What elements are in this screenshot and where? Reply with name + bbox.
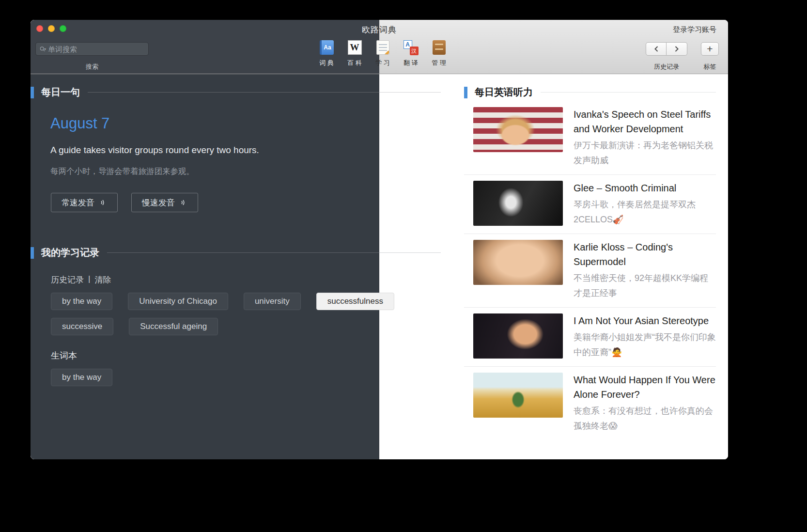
toolbar-item-study[interactable]: 学 习 (369, 40, 397, 67)
toolbar-label-study: 学 习 (375, 59, 390, 67)
daily-sentence-date: August 7 (50, 115, 109, 132)
toolbar-label-dictionary: 词 典 (319, 59, 334, 67)
section-accent-bar (31, 247, 34, 259)
toolbar-item-wiki[interactable]: W 百 科 (341, 40, 369, 67)
feed-item-subtitle: 琴房斗歌，伴奏居然是提琴双杰2CELLOS🎻 (574, 197, 716, 227)
daily-sentence-english: A guide takes visitor groups round every… (50, 145, 259, 156)
window-chrome: 欧路词典 登录学习账号 ▾ 搜索 Aa 词 典 W 百 科 (31, 20, 728, 74)
history-label: 历史记录 (51, 274, 84, 285)
history-chip[interactable]: successive (51, 318, 113, 335)
toolbar-label-manage: 管 理 (432, 59, 446, 67)
study-record-title: 我的学习记录 (41, 246, 99, 259)
history-row: 历史记录 | 清除 (51, 274, 111, 285)
thumbnail-alone-forever (473, 373, 563, 418)
traffic-lights (36, 25, 66, 32)
feed-item-title: What Would Happen If You Were Alone Fore… (574, 373, 716, 402)
section-divider-line (541, 92, 716, 93)
zoom-button[interactable] (60, 25, 66, 32)
section-divider-line (88, 92, 441, 93)
thumbnail-karlie (473, 240, 563, 285)
back-button[interactable] (646, 42, 667, 56)
search-caption: 搜索 (35, 63, 149, 71)
listening-feed: Ivanka's Speech on Steel Tariffs and Wor… (464, 101, 716, 440)
thumbnail-ivanka (473, 107, 563, 152)
feed-item-title: I Am Not Your Asian Stereotype (574, 313, 716, 328)
section-divider-line (107, 252, 441, 253)
feed-item-subtitle: 丧愈系：有没有想过，也许你真的会孤独终老😱 (574, 404, 716, 434)
tag-caption: 标签 (701, 63, 719, 71)
daily-sentence-title: 每日一句 (41, 86, 80, 99)
history-chip-row-1: by the way University of Chicago univers… (51, 293, 394, 310)
listening-header: 每日英语听力 (464, 86, 716, 99)
window-title-right: 词典 (379, 25, 397, 34)
app-window: 欧路词典 登录学习账号 ▾ 搜索 Aa 词 典 W 百 科 (31, 20, 728, 459)
thumbnail-glee (473, 181, 563, 226)
feed-item-ivanka[interactable]: Ivanka's Speech on Steel Tariffs and Wor… (464, 101, 716, 175)
feed-item-subtitle: 不当维密天使，92年超模KK学编程才是正经事 (574, 271, 716, 301)
daily-sentence-chinese: 每两个小时，导游会带着旅游团来参观。 (50, 166, 194, 177)
search-scope-caret-icon[interactable]: ▾ (44, 47, 46, 51)
feed-item-title: Karlie Kloss – Coding's Supermodel (574, 240, 716, 269)
feed-item-asian-stereotype[interactable]: I Am Not Your Asian Stereotype 美籍华裔小姐姐发声… (464, 308, 716, 367)
feed-item-glee[interactable]: Glee – Smooth Criminal 琴房斗歌，伴奏居然是提琴双杰2CE… (464, 175, 716, 234)
search-input[interactable] (48, 45, 144, 53)
wiki-icon: W (348, 40, 362, 55)
right-pane: 每日英语听力 Ivanka's Speech on Steel Tariffs … (464, 74, 716, 459)
login-link[interactable]: 登录学习账号 (673, 25, 716, 34)
content-area: 每日一句 August 7 A guide takes visitor grou… (31, 74, 728, 459)
wordbook-chip[interactable]: by the way (51, 369, 112, 386)
daily-sentence-header: 每日一句 (31, 86, 441, 99)
desktop-background: 欧路词典 登录学习账号 ▾ 搜索 Aa 词 典 W 百 科 (0, 0, 807, 532)
study-record-header: 我的学习记录 (31, 246, 441, 259)
search-field[interactable]: ▾ (35, 42, 149, 56)
slow-speed-button[interactable]: 慢速发音 (131, 193, 198, 212)
plus-icon: + (707, 44, 713, 54)
sound-wave-icon (99, 199, 107, 206)
feed-item-karlie[interactable]: Karlie Kloss – Coding's Supermodel 不当维密天… (464, 234, 716, 308)
minimize-button[interactable] (48, 25, 55, 32)
toolbar-buttons: Aa 词 典 W 百 科 学 习 A 汉 翻 译 (312, 40, 453, 67)
feed-item-title: Ivanka's Speech on Steel Tariffs and Wor… (574, 107, 716, 136)
pronunciation-buttons: 常速发音 慢速发音 (51, 193, 198, 212)
normal-speed-button[interactable]: 常速发音 (51, 193, 118, 212)
section-accent-bar (464, 87, 467, 98)
feed-item-subtitle: 美籍华裔小姐姐发声“我不是你们印象中的亚裔”🙅 (574, 330, 716, 360)
study-notepad-icon (376, 40, 389, 55)
listening-title: 每日英语听力 (475, 86, 533, 99)
history-caption: 历史记录 (642, 63, 691, 71)
history-divider: | (88, 274, 90, 285)
toolbar-item-dictionary[interactable]: Aa 词 典 (312, 40, 341, 67)
manage-box-icon (433, 40, 446, 55)
toolbar-item-translate[interactable]: A 汉 翻 译 (397, 40, 425, 67)
history-chip-highlighted[interactable]: successfulness (316, 293, 394, 310)
add-tag-button[interactable]: + (701, 42, 719, 56)
history-chip[interactable]: Successful ageing (129, 318, 218, 335)
wordbook-chip-row: by the way (51, 369, 112, 386)
feed-item-subtitle: 伊万卡最新演讲：再为老爸钢铝关税发声助威 (574, 138, 716, 168)
close-button[interactable] (36, 25, 43, 32)
chevron-left-icon (653, 46, 659, 52)
feed-item-alone-forever[interactable]: What Would Happen If You Were Alone Fore… (464, 367, 716, 440)
toolbar-item-manage[interactable]: 管 理 (425, 40, 453, 67)
history-chip[interactable]: University of Chicago (128, 293, 228, 310)
clear-history-link[interactable]: 清除 (94, 274, 111, 285)
chevron-right-icon (674, 46, 680, 52)
history-nav (646, 42, 687, 56)
feed-item-title: Glee – Smooth Criminal (574, 181, 716, 195)
sound-wave-icon (180, 199, 187, 206)
toolbar-label-wiki: 百 科 (347, 59, 362, 67)
toolbar-label-translate: 翻 译 (404, 59, 418, 67)
forward-button[interactable] (667, 42, 687, 56)
left-pane: 每日一句 August 7 A guide takes visitor grou… (31, 74, 441, 459)
wordbook-label: 生词本 (51, 350, 77, 361)
translate-icon: A 汉 (404, 40, 419, 55)
history-chip[interactable]: by the way (51, 293, 112, 310)
thumbnail-asian-stereotype (473, 313, 563, 359)
history-chip[interactable]: university (244, 293, 301, 310)
dictionary-icon: Aa (320, 40, 334, 55)
section-accent-bar (31, 87, 34, 98)
history-chip-row-2: successive Successful ageing (51, 318, 218, 335)
